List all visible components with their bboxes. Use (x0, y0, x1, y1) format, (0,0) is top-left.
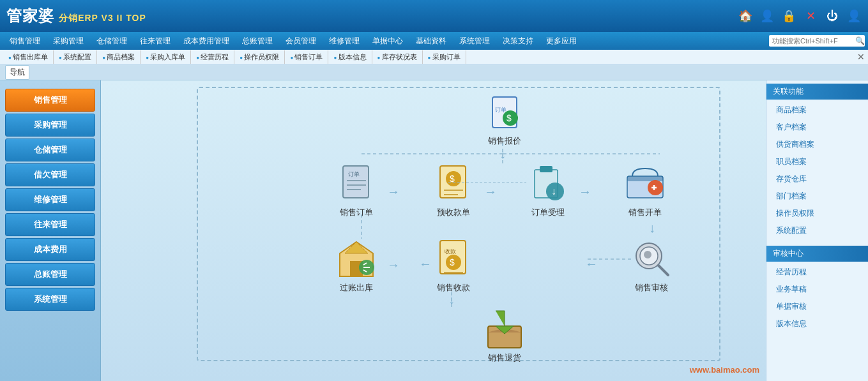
link-business-history[interactable]: 经营历程 (766, 264, 868, 281)
arrow-post-collect: → (387, 258, 400, 273)
sales-return-icon (484, 309, 525, 350)
sales-quote-icon: 订单 $ (484, 92, 525, 133)
nav-item-transaction[interactable]: 往来管理 (133, 33, 177, 49)
link-inventory-warehouse[interactable]: 存货仓库 (766, 170, 868, 188)
sidebar-item-warehouse[interactable]: 仓储管理 (5, 138, 95, 161)
flow-item-sales-audit[interactable]: 销售审核 (631, 239, 672, 294)
order-accept-icon: ↓ (528, 163, 568, 204)
power-icon[interactable]: ⏻ (825, 8, 840, 24)
nav-item-sales[interactable]: 销售管理 (3, 33, 47, 49)
sidebar: 销售管理 采购管理 仓储管理 借欠管理 维修管理 往来管理 成本费用 总账管理 … (0, 80, 101, 381)
post-out-label: 过账出库 (340, 282, 373, 294)
logo-sub-text: 分销ERP V3 II TOP (59, 13, 146, 23)
flow-item-sales-return[interactable]: 销售退货 (484, 309, 525, 364)
arrow-order-advance: → (387, 184, 400, 199)
link-dept-file[interactable]: 部门档案 (766, 188, 868, 205)
sidebar-item-ledger[interactable]: 总账管理 (5, 263, 95, 286)
logo: 管家婆 分销ERP V3 II TOP (6, 6, 738, 26)
sales-open-icon (625, 163, 666, 204)
header-icons: 🏠 👤 🔒 ✕ ⏻ 👤 (738, 8, 862, 24)
search-input[interactable] (772, 37, 855, 45)
flow-item-sales-order[interactable]: 订单 销售订单 (336, 163, 377, 218)
tab-inventory-status[interactable]: 库存状况表 (372, 50, 423, 64)
flow-item-sales-quote[interactable]: 订单 $ 销售报价 (484, 92, 525, 147)
close-icon[interactable]: ✕ (803, 8, 818, 24)
sales-quote-label: 销售报价 (488, 135, 521, 147)
nav-label[interactable]: 导航 (5, 65, 29, 80)
order-accept-label: 订单受理 (531, 207, 565, 218)
tab-sys-config[interactable]: 系统配置 (54, 50, 97, 64)
svg-text:$: $ (450, 174, 455, 184)
link-goods-file[interactable]: 商品档案 (766, 101, 868, 119)
tab-purchase-order[interactable]: 采购订单 (423, 50, 466, 64)
advance-payment-label: 预收款单 (437, 207, 470, 218)
user-icon[interactable]: 👤 (846, 8, 862, 24)
flow-item-sales-open[interactable]: 销售开单 (625, 163, 666, 218)
svg-text:$: $ (506, 113, 512, 123)
search-icon[interactable]: 🔍 (855, 36, 865, 45)
tab-version[interactable]: 版本信息 (328, 50, 372, 64)
nav-item-more[interactable]: 更多应用 (540, 33, 583, 49)
arrow-audit-collect: → (585, 258, 598, 273)
sidebar-item-debt[interactable]: 借欠管理 (5, 163, 95, 186)
nav-item-member[interactable]: 会员管理 (279, 33, 323, 49)
header: 管家婆 分销ERP V3 II TOP 🏠 👤 🔒 ✕ ⏻ 👤 (0, 0, 868, 32)
nav-item-purchase[interactable]: 采购管理 (47, 33, 90, 49)
arrow-quote-down: ↓ (499, 147, 506, 161)
sidebar-item-system[interactable]: 系统管理 (5, 288, 95, 311)
nav-item-system[interactable]: 系统管理 (453, 33, 496, 49)
related-functions-title: 关联功能 (766, 84, 868, 100)
arrow-open-audit: ↓ (649, 221, 655, 235)
nav-item-doc-center[interactable]: 单据中心 (366, 33, 409, 49)
search-box[interactable]: 🔍 (769, 35, 865, 47)
sidebar-item-purchase[interactable]: 采购管理 (5, 114, 95, 137)
link-doc-audit[interactable]: 单据审核 (766, 298, 868, 315)
sidebar-item-transaction[interactable]: 往来管理 (5, 213, 95, 236)
svg-text:↓: ↓ (551, 186, 556, 197)
link-supplier-file[interactable]: 供货商档案 (766, 136, 868, 153)
audit-center-section: 审核中心 经营历程 业务草稿 单据审核 版本信息 (766, 246, 868, 332)
nav-menu: 销售管理 采购管理 仓储管理 往来管理 成本费用管理 总账管理 会员管理 维修管… (0, 32, 868, 50)
link-operator-rights[interactable]: 操作员权限 (766, 205, 868, 222)
link-version-info[interactable]: 版本信息 (766, 315, 868, 332)
link-staff-file[interactable]: 职员档案 (766, 153, 868, 170)
logo-main-text: 管家婆 (6, 7, 54, 24)
tab-business-history[interactable]: 经营历程 (191, 50, 234, 64)
person-icon[interactable]: 👤 (759, 8, 775, 24)
audit-center-title: 审核中心 (766, 246, 868, 262)
sidebar-item-cost[interactable]: 成本费用 (5, 238, 95, 261)
nav-item-basic[interactable]: 基础资料 (409, 33, 453, 49)
flow-item-sales-collect[interactable]: 收款 $ 销售收款 (433, 239, 474, 294)
nav-item-repair[interactable]: 维修管理 (323, 33, 366, 49)
lock-icon[interactable]: 🔒 (781, 8, 796, 24)
sales-order-label: 销售订单 (340, 207, 373, 218)
tab-sales-out[interactable]: 销售出库单 (3, 50, 54, 64)
tab-sales-order[interactable]: 销售订单 (285, 50, 328, 64)
nav-label-bar: 导航 (0, 65, 868, 80)
arrow-collect-return: ↓ (448, 292, 455, 307)
nav-item-warehouse[interactable]: 仓储管理 (90, 33, 133, 49)
sales-audit-label: 销售审核 (635, 282, 668, 294)
flow-item-order-accept[interactable]: ↓ 订单受理 (528, 163, 568, 218)
sidebar-item-sales[interactable]: 销售管理 (5, 89, 95, 112)
link-business-draft[interactable]: 业务草稿 (766, 281, 868, 298)
flowchart: 订单 $ 销售报价 ↓ 订单 (101, 80, 766, 381)
flow-item-advance-payment[interactable]: $ 预收款单 (433, 163, 474, 218)
sales-return-label: 销售退货 (488, 352, 521, 364)
nav-item-ledger[interactable]: 总账管理 (236, 33, 279, 49)
nav-item-cost[interactable]: 成本费用管理 (177, 33, 236, 49)
tabs-close-button[interactable]: ✕ (857, 52, 865, 62)
home-icon[interactable]: 🏠 (738, 8, 753, 24)
advance-payment-icon: $ (433, 163, 474, 204)
svg-text:收款: 收款 (445, 248, 456, 255)
link-customer-file[interactable]: 客户档案 (766, 119, 868, 136)
sidebar-item-repair[interactable]: 维修管理 (5, 188, 95, 211)
svg-line-32 (659, 265, 668, 275)
link-sys-config[interactable]: 系统配置 (766, 222, 868, 239)
svg-rect-15 (540, 166, 552, 172)
tab-operator-rights[interactable]: 操作员权限 (234, 50, 285, 64)
flow-item-post-out[interactable]: 过账出库 (336, 239, 377, 294)
tab-goods-file[interactable]: 商品档案 (97, 50, 141, 64)
tab-purchase-in[interactable]: 采购入库单 (141, 50, 191, 64)
nav-item-decision[interactable]: 决策支持 (496, 33, 540, 49)
